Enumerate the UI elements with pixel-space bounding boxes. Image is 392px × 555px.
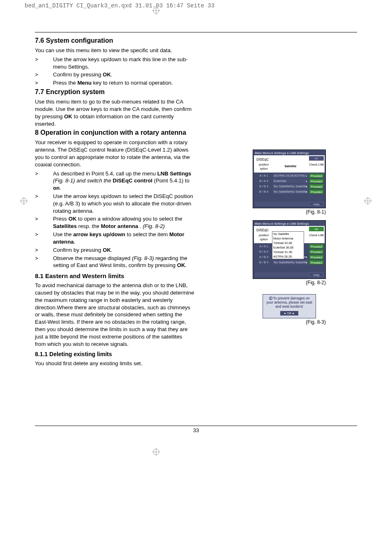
list-marker: > <box>35 170 53 192</box>
page-number: 33 <box>0 427 392 433</box>
li-8-2: Use the arrow keys up/down to select the… <box>53 193 194 214</box>
fig3-caption: (Fig. 8-3) <box>253 319 326 325</box>
rule-top <box>35 32 357 32</box>
fig2-diseqc-on: on <box>309 227 324 231</box>
list-marker: > <box>35 255 53 269</box>
li-8-6: Observe the message displayed (Fig. 8-3)… <box>53 255 194 269</box>
fig2-help: Help <box>309 272 324 277</box>
li-8-4: Use the arrow keys up/down to select the… <box>53 231 194 246</box>
fig1-diseqc-on: on <box>309 156 324 161</box>
li-7-6-1: Use the arrow keys up/down to mark this … <box>53 56 194 71</box>
crop-mark-top <box>152 7 160 15</box>
list-marker: > <box>35 56 53 71</box>
fig1-caption: (Fig. 8-1) <box>253 209 326 215</box>
para-8-intro: Your receiver is equipped to operate in … <box>35 139 194 168</box>
crop-header-line: bed_an1_DIGITY CI_Quark3_en.qxd 31.01.03… <box>25 2 214 9</box>
li-7-6-2: Confirm by pressing OK. <box>53 71 194 78</box>
fig2-breadcrumb: Main Menu ▸ Settings ▸ LNB Settings <box>254 221 325 226</box>
para-7-6-intro: You can use this menu item to view the s… <box>35 47 194 54</box>
fig3-message: iTo prevent damages on your antenna, ple… <box>265 296 313 309</box>
crop-mark-left <box>20 197 28 205</box>
fig2-hd-position: position option <box>255 233 273 242</box>
fig2-hd-lnb: Check LNB <box>309 233 324 242</box>
li-7-6-3: Press the Menu key to return to normal o… <box>53 79 194 87</box>
fig1-help: Help <box>309 202 324 206</box>
list-marker: > <box>35 79 53 87</box>
figure-8-2: Main Menu ▸ Settings ▸ LNB Settings DiSE… <box>253 220 326 286</box>
para-8-1: To avoid mechanical damage to the antenn… <box>35 282 194 348</box>
heading-7-6: 7.6 System configuration <box>35 37 194 44</box>
heading-7-7: 7.7 Encryption system <box>35 88 194 96</box>
para-8-1-1: You should first delete any existing lim… <box>35 360 194 367</box>
heading-8-1: 8.1 Eastern and Western limits <box>35 272 194 279</box>
list-marker: > <box>35 215 53 230</box>
figure-8-3: iTo prevent damages on your antenna, ple… <box>253 294 326 325</box>
fig3-ok-button: ▸ OK ◂ <box>280 311 298 315</box>
heading-8: 8 Operation in conjunction with a rotary… <box>35 129 194 136</box>
list-marker: > <box>35 193 53 214</box>
heading-8-1-1: 8.1.1 Deleting existing limits <box>35 351 194 357</box>
list-marker: > <box>35 71 53 78</box>
para-7-7: Use this menu item to go to the sub-menu… <box>35 98 194 127</box>
fig1-diseqc-label: DiSEqC <box>255 156 273 162</box>
rule-bottom <box>35 426 357 426</box>
fig1-breadcrumb: Main Menu ▸ Settings ▸ LNB Settings <box>254 151 325 155</box>
list-marker: > <box>35 246 53 254</box>
fig1-hd-satellite: Satellite <box>273 162 308 172</box>
li-8-3: Press OK to open a window allowing you t… <box>53 215 194 230</box>
li-8-1: As described in Point 5.4, call up the m… <box>53 170 194 192</box>
fig1-hd-lnb: Check LNB <box>309 162 324 172</box>
body-text-column: 7.6 System configuration You can use thi… <box>35 35 199 369</box>
fig1-hd-position: position option <box>255 162 273 172</box>
fig2-caption: (Fig. 8-2) <box>253 280 326 286</box>
crop-mark-right <box>364 197 372 205</box>
list-marker: > <box>35 231 53 246</box>
fig2-diseqc-label: DiSEqC <box>255 227 273 233</box>
crop-mark-bottom <box>152 448 160 456</box>
li-8-5: Confirm by pressing OK. <box>53 246 194 254</box>
fig2-satellite-dropdown: No Satellite Motor Antenna Türksat 42.0E… <box>272 231 304 259</box>
figure-8-1: Main Menu ▸ Settings ▸ LNB Settings DiSE… <box>253 150 326 215</box>
